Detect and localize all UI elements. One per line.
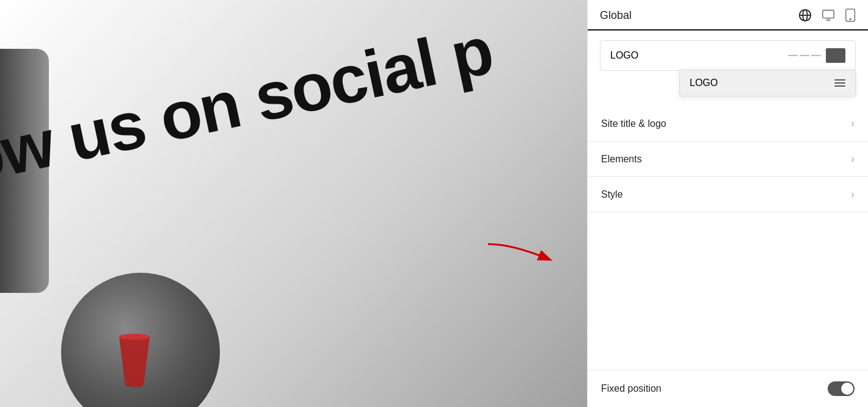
panel-title: Global xyxy=(600,9,632,29)
hamburger-line-2 xyxy=(834,82,845,84)
fixed-position-row: Fixed position xyxy=(588,370,868,407)
dash-1 xyxy=(788,55,798,56)
red-arrow xyxy=(482,238,567,272)
menu-item-style[interactable]: Style › xyxy=(588,177,868,212)
header-preview-bottom: LOGO xyxy=(679,70,856,96)
menu-item-label: Elements xyxy=(601,154,642,165)
svg-point-9 xyxy=(850,19,851,20)
panel-header: Global xyxy=(588,0,868,31)
chevron-right-icon: › xyxy=(851,153,855,165)
header-preview: LOGO LOGO xyxy=(600,40,856,96)
canvas-area: ow us on social p xyxy=(0,0,587,407)
dash-2 xyxy=(800,55,809,56)
dark-block xyxy=(826,48,845,63)
panel-menu: Site title & logo › Elements › Style › xyxy=(588,106,868,370)
hamburger-line-3 xyxy=(834,85,845,87)
logo-label-bottom: LOGO xyxy=(690,77,718,88)
chevron-right-icon: › xyxy=(851,117,855,130)
dash-line xyxy=(788,55,821,56)
fixed-position-toggle[interactable] xyxy=(828,381,855,396)
menu-item-site-title[interactable]: Site title & logo › xyxy=(588,106,868,142)
menu-item-label: Style xyxy=(601,189,623,200)
canvas-cup xyxy=(113,334,156,389)
hamburger-line-1 xyxy=(834,79,845,81)
fixed-position-label: Fixed position xyxy=(601,383,662,394)
mobile-icon[interactable] xyxy=(845,9,856,22)
header-top-right xyxy=(788,48,845,63)
canvas-text: ow us on social p xyxy=(0,11,499,199)
desktop-icon[interactable] xyxy=(822,9,835,22)
menu-item-elements[interactable]: Elements › xyxy=(588,142,868,177)
chevron-right-icon: › xyxy=(851,188,855,201)
hamburger-icon[interactable] xyxy=(834,79,845,87)
globe-icon[interactable] xyxy=(798,9,812,22)
menu-item-label: Site title & logo xyxy=(601,118,666,129)
right-panel: Global xyxy=(587,0,868,407)
toggle-knob xyxy=(841,383,853,395)
panel-icon-group xyxy=(798,9,856,29)
svg-point-0 xyxy=(119,334,150,340)
logo-label-top: LOGO xyxy=(610,50,638,61)
svg-rect-5 xyxy=(823,10,834,18)
header-preview-top: LOGO xyxy=(600,40,856,71)
dash-3 xyxy=(811,55,821,56)
